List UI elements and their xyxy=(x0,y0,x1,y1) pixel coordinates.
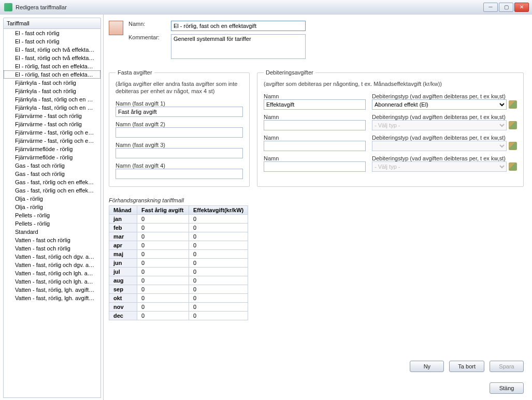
maximize-button[interactable]: ▢ xyxy=(499,3,513,12)
window-title: Redigera tariffmallar xyxy=(16,4,482,10)
title-bar: Redigera tariffmallar ─ ▢ ✕ xyxy=(0,0,532,14)
app-icon xyxy=(4,3,12,11)
close-button[interactable]: ✕ xyxy=(514,3,529,12)
minimize-button[interactable]: ─ xyxy=(483,3,498,12)
